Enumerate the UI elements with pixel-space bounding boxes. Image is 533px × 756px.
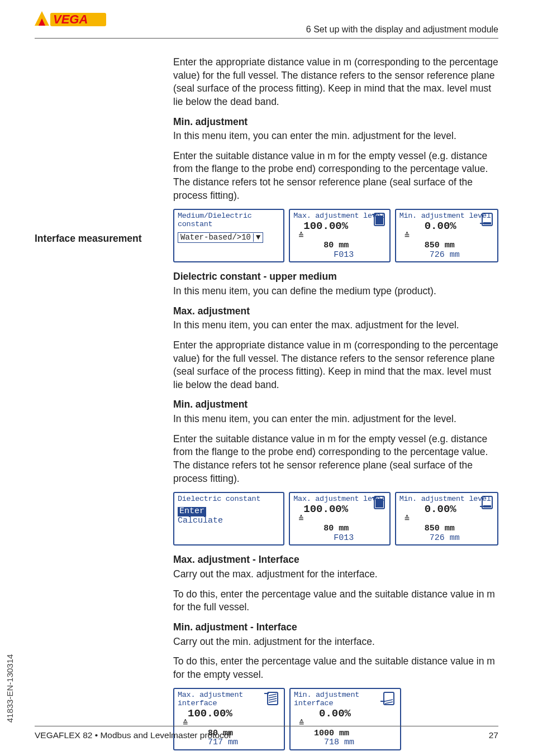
svg-line-17 (269, 694, 277, 696)
lcd-min-level-b: Min. adjustment level 0.00% ≙ 850 mm 726… (395, 492, 498, 546)
text-minif-1: Carry out the min. adjustment for the in… (173, 635, 498, 649)
lcd-mm: 850 mm (425, 241, 455, 250)
option-enter[interactable]: Enter (178, 507, 206, 516)
page-footer: VEGAFLEX 82 • Modbus and Levelmaster pro… (35, 726, 498, 741)
heading-min-adjustment-a: Min. adjustment (173, 116, 498, 129)
text-min-a-1: In this menu item, you can enter the min… (173, 130, 498, 143)
option-calculate[interactable]: Calculate (178, 516, 280, 526)
heading-min-interface: Min. adjustment - Interface (173, 621, 498, 634)
lcd-code: F013 (334, 533, 354, 543)
lcd-title: Medium/Dielectric constant (178, 212, 280, 229)
lcd-percent: 0.00% (425, 504, 456, 515)
heading-max-interface: Max. adjustment - Interface (173, 553, 498, 567)
svg-rect-14 (483, 505, 491, 508)
tank-icon (480, 211, 494, 228)
text-max-b-1: In this menu item, you can enter the max… (173, 319, 498, 332)
text-maxif-1: Carry out the max. adjustment for the in… (173, 568, 498, 581)
text-min-a-2: Enter the suitable distance value in m f… (173, 150, 498, 203)
tank-icon (372, 494, 387, 511)
lcd-percent: 100.00% (303, 504, 348, 515)
svg-line-23 (385, 700, 393, 701)
header-rule (35, 38, 498, 39)
lcd-min-level-a: Min. adjustment level 0.00% ≙ 850 mm 726… (395, 209, 498, 262)
lcd-percent: 0.00% (425, 221, 456, 232)
lcd-row-b: Dielectric constant Enter Calculate Max.… (173, 492, 498, 546)
margin-label-interface: Interface measurement (35, 232, 163, 246)
lcd-dielectric-b: Dielectric constant Enter Calculate (173, 492, 284, 546)
text-dk: In this menu item, you can define the me… (173, 285, 498, 298)
tank-icon (480, 494, 494, 511)
combo-value: Water-based/>10 (180, 233, 251, 242)
lcd-mm: 80 mm (323, 524, 349, 533)
lcd-mm: 80 mm (323, 241, 349, 250)
heading-min-adjustment-b: Min. adjustment (173, 398, 498, 412)
heading-max-adjustment-b: Max. adjustment (173, 305, 498, 318)
text-min-b-1: In this menu item, you can enter the min… (173, 413, 498, 426)
text-max-b-2: Enter the appropriate distance value in … (173, 339, 498, 392)
svg-rect-5 (375, 216, 383, 224)
tank-interface-icon (264, 690, 281, 707)
lcd-row-a: Medium/Dielectric constant Water-based/>… (173, 209, 498, 262)
tank-icon (372, 211, 387, 228)
lcd-mm: 850 mm (425, 524, 455, 533)
brand-logo: VEGA (35, 11, 107, 39)
footer-page-number: 27 (489, 730, 498, 741)
lcd-percent: 0.00% (319, 708, 351, 720)
svg-line-19 (269, 698, 277, 700)
svg-line-18 (269, 696, 277, 698)
svg-line-20 (269, 701, 277, 702)
text-min-b-2: Enter the suitable distance value in m f… (173, 433, 498, 486)
combo-medium[interactable]: Water-based/>10▼ (178, 232, 263, 243)
lcd-dielectric-a: Medium/Dielectric constant Water-based/>… (173, 209, 284, 262)
intro-paragraph: Enter the appropriate distance value in … (173, 56, 498, 109)
svg-text:VEGA: VEGA (53, 12, 88, 26)
lcd-max-level-a: Max. adjustment level 100.00% ≙ 80 mm F0… (289, 209, 390, 262)
text-minif-2: To do this, enter the percentage value a… (173, 655, 498, 681)
chevron-down-icon: ▼ (253, 233, 260, 242)
header-section-title: 6 Set up with the display and adjustment… (306, 23, 498, 36)
lcd-percent: 100.00% (303, 221, 348, 232)
lcd-alt: 726 mm (430, 533, 460, 543)
svg-rect-11 (375, 499, 383, 508)
lcd-max-level-b: Max. adjustment level 100.00% ≙ 80 mm F0… (289, 492, 390, 546)
lcd-code: F013 (334, 250, 354, 260)
lcd-percent: 100.00% (188, 708, 232, 720)
heading-dk-constant: Dielectric constant - upper medium (173, 270, 498, 284)
document-id-vertical: 41833-EN-130314 (4, 654, 16, 722)
tank-interface-icon (380, 690, 397, 707)
svg-line-24 (385, 702, 393, 704)
footer-left: VEGAFLEX 82 • Modbus and Levelmaster pro… (35, 730, 231, 741)
lcd-alt: 726 mm (430, 250, 460, 260)
lcd-title: Dielectric constant (178, 495, 280, 504)
text-maxif-2: To do this, enter the percentage value a… (173, 588, 498, 614)
svg-rect-8 (483, 222, 491, 224)
